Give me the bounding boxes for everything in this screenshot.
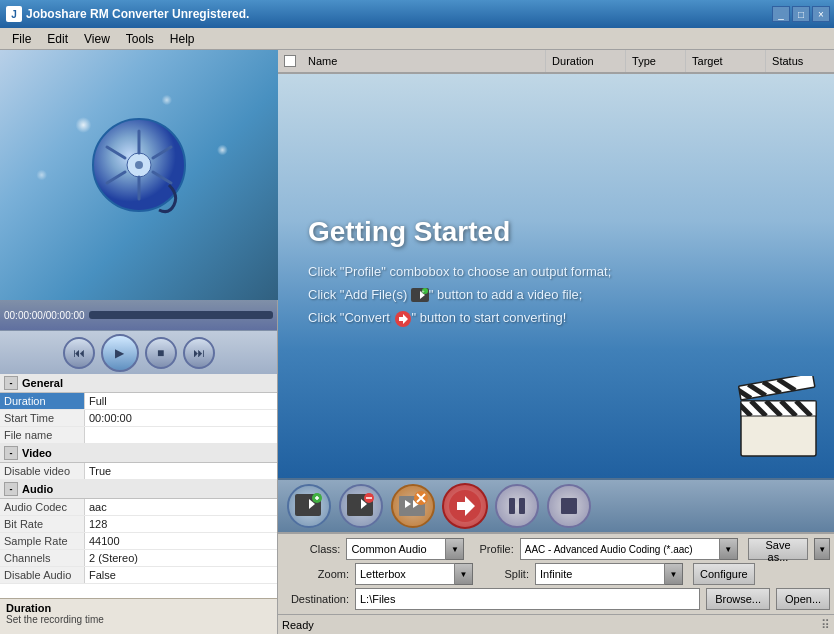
general-label: General bbox=[22, 377, 63, 389]
class-select-value[interactable]: Common Audio bbox=[346, 538, 446, 560]
destination-row: Destination: Browse... Open... bbox=[284, 588, 830, 610]
bit-rate-key: Bit Rate bbox=[0, 516, 85, 532]
status-text: Ready bbox=[282, 619, 314, 631]
class-select-combo: Common Audio ▼ bbox=[346, 538, 464, 560]
zoom-split-row: Zoom: Letterbox ▼ Split: Infinite ▼ Conf… bbox=[284, 563, 830, 585]
menu-edit[interactable]: Edit bbox=[39, 30, 76, 48]
timeline-progress[interactable] bbox=[89, 311, 273, 319]
starttime-row: Start Time 00:00:00 bbox=[0, 410, 277, 427]
convert-button[interactable] bbox=[442, 483, 488, 529]
destination-label: Destination: bbox=[284, 593, 349, 605]
close-button[interactable]: × bbox=[812, 6, 830, 22]
configure-button[interactable]: Configure bbox=[693, 563, 755, 585]
menu-help[interactable]: Help bbox=[162, 30, 203, 48]
filename-val bbox=[85, 427, 277, 443]
sample-rate-val: 44100 bbox=[85, 533, 277, 549]
clapboard-decoration bbox=[736, 376, 826, 468]
profile-select-combo: AAC - Advanced Audio Coding (*.aac) ▼ bbox=[520, 538, 738, 560]
destination-input[interactable] bbox=[355, 588, 700, 610]
add-file-icon bbox=[293, 492, 325, 520]
class-select-arrow[interactable]: ▼ bbox=[446, 538, 464, 560]
channels-val: 2 (Stereo) bbox=[85, 550, 277, 566]
stop-button[interactable]: ■ bbox=[145, 337, 177, 369]
zoom-select-combo: Letterbox ▼ bbox=[355, 563, 473, 585]
duration-key: Duration bbox=[0, 393, 85, 409]
profile-label: Profile: bbox=[470, 543, 513, 555]
audio-codec-val: aac bbox=[85, 499, 277, 515]
menu-bar: File Edit View Tools Help bbox=[0, 28, 834, 50]
disable-video-val: True bbox=[85, 463, 277, 479]
convert-icon bbox=[394, 310, 412, 328]
disable-audio-key: Disable Audio bbox=[0, 567, 85, 583]
profile-select-arrow[interactable]: ▼ bbox=[720, 538, 738, 560]
play-button[interactable]: ▶ bbox=[101, 334, 139, 372]
zoom-select-arrow[interactable]: ▼ bbox=[455, 563, 473, 585]
svg-rect-46 bbox=[509, 498, 515, 514]
save-as-arrow[interactable]: ▼ bbox=[814, 538, 830, 560]
split-label: Split: bbox=[479, 568, 529, 580]
app-icon: J bbox=[6, 6, 22, 22]
duration-val: Full bbox=[85, 393, 277, 409]
clapboard-icon bbox=[736, 376, 826, 466]
left-panel: 00:00:00/00:00:00 ⏮ ▶ ■ ⏭ - General Dura… bbox=[0, 50, 278, 634]
video-collapse-btn[interactable]: - bbox=[4, 446, 18, 460]
film-reel-icon bbox=[89, 115, 189, 215]
remove-file-button[interactable] bbox=[338, 483, 384, 529]
open-button[interactable]: Open... bbox=[776, 588, 830, 610]
next-button[interactable]: ⏭ bbox=[183, 337, 215, 369]
minimize-button[interactable]: _ bbox=[772, 6, 790, 22]
svg-rect-48 bbox=[561, 498, 577, 514]
audio-collapse-btn[interactable]: - bbox=[4, 482, 18, 496]
disable-audio-row: Disable Audio False bbox=[0, 567, 277, 584]
zoom-label: Zoom: bbox=[284, 568, 349, 580]
browse-button[interactable]: Browse... bbox=[706, 588, 770, 610]
file-table-area: Name Duration Type Target Status Getting… bbox=[278, 50, 834, 478]
split-select-value[interactable]: Infinite bbox=[535, 563, 665, 585]
gs-step-3: Click "Convert " button to start convert… bbox=[308, 310, 566, 328]
prev-button[interactable]: ⏮ bbox=[63, 337, 95, 369]
table-header: Name Duration Type Target Status bbox=[278, 50, 834, 74]
remove-all-icon bbox=[397, 490, 429, 522]
sample-rate-row: Sample Rate 44100 bbox=[0, 533, 277, 550]
status-bar: Ready ⠿ bbox=[278, 614, 834, 634]
menu-tools[interactable]: Tools bbox=[118, 30, 162, 48]
title-bar: J Joboshare RM Converter Unregistered. _… bbox=[0, 0, 834, 28]
class-label: Class: bbox=[284, 543, 340, 555]
right-panel: Name Duration Type Target Status Getting… bbox=[278, 50, 834, 634]
svg-text:+: + bbox=[421, 288, 425, 294]
pause-button[interactable] bbox=[494, 483, 540, 529]
col-target: Target bbox=[686, 50, 766, 72]
video-section-header: - Video bbox=[0, 444, 277, 463]
audio-label: Audio bbox=[22, 483, 53, 495]
filename-row: File name bbox=[0, 427, 277, 444]
channels-key: Channels bbox=[0, 550, 85, 566]
profile-select-value[interactable]: AAC - Advanced Audio Coding (*.aac) bbox=[520, 538, 720, 560]
controls-bar: ⏮ ▶ ■ ⏭ bbox=[0, 330, 277, 374]
add-files-icon: + bbox=[411, 288, 429, 302]
gs-step-2: Click "Add File(s) +" button to add a vi… bbox=[308, 287, 582, 303]
zoom-select-value[interactable]: Letterbox bbox=[355, 563, 455, 585]
remove-all-button[interactable] bbox=[390, 483, 436, 529]
general-collapse-btn[interactable]: - bbox=[4, 376, 18, 390]
split-select-combo: Infinite ▼ bbox=[535, 563, 683, 585]
menu-file[interactable]: File bbox=[4, 30, 39, 48]
menu-view[interactable]: View bbox=[76, 30, 118, 48]
stop-button[interactable] bbox=[546, 483, 592, 529]
split-select-arrow[interactable]: ▼ bbox=[665, 563, 683, 585]
audio-section-header: - Audio bbox=[0, 480, 277, 499]
gs-step-1: Click "Profile" combobox to choose an ou… bbox=[308, 264, 611, 279]
save-as-button[interactable]: Save as... bbox=[748, 538, 808, 560]
add-file-button[interactable] bbox=[286, 483, 332, 529]
col-name: Name bbox=[302, 50, 546, 72]
svg-rect-47 bbox=[519, 498, 525, 514]
action-toolbar bbox=[278, 478, 834, 532]
select-all-checkbox[interactable] bbox=[284, 55, 296, 67]
preview-area bbox=[0, 50, 278, 300]
audio-codec-key: Audio Codec bbox=[0, 499, 85, 515]
resize-grip[interactable]: ⠿ bbox=[818, 618, 832, 632]
maximize-button[interactable]: □ bbox=[792, 6, 810, 22]
duration-row: Duration Full bbox=[0, 393, 277, 410]
stop-icon bbox=[555, 492, 583, 520]
properties-panel: - General Duration Full Start Time 00:00… bbox=[0, 374, 277, 598]
video-label: Video bbox=[22, 447, 52, 459]
